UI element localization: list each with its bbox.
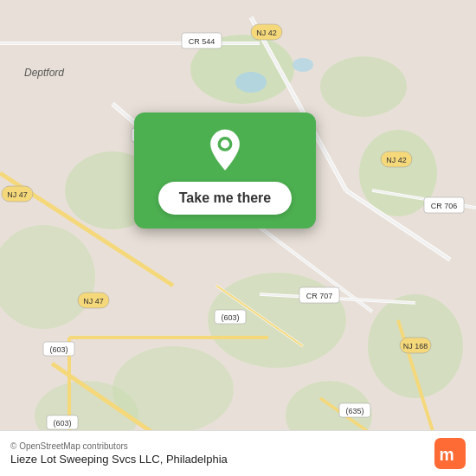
svg-text:(603): (603) [53, 419, 71, 428]
svg-text:NJ 168: NJ 168 [403, 342, 428, 351]
map-container: CR 544 NJ 42 NJ 47 NJ 55 NJ 42 CR 706 NJ… [0, 0, 476, 476]
moovit-logo: m [434, 438, 466, 469]
svg-text:(635): (635) [345, 407, 363, 415]
map-background: CR 544 NJ 42 NJ 47 NJ 55 NJ 42 CR 706 NJ… [0, 0, 476, 476]
svg-text:(603): (603) [221, 313, 239, 322]
svg-text:(603): (603) [49, 345, 68, 354]
svg-text:NJ 42: NJ 42 [256, 29, 277, 37]
moovit-icon: m [434, 438, 466, 469]
svg-text:NJ 47: NJ 47 [83, 297, 104, 306]
svg-text:CR 707: CR 707 [306, 292, 333, 300]
svg-point-2 [320, 56, 407, 117]
svg-text:NJ 42: NJ 42 [386, 156, 407, 164]
svg-text:Deptford: Deptford [24, 67, 64, 79]
svg-text:CR 544: CR 544 [189, 37, 215, 46]
location-pin-icon [203, 128, 248, 173]
take-me-there-button[interactable]: Take me there [158, 182, 292, 215]
bottom-left-info: © OpenStreetMap contributors Lieze Lot S… [10, 441, 228, 466]
svg-text:NJ 47: NJ 47 [7, 190, 28, 199]
svg-point-12 [293, 58, 313, 72]
osm-attribution: © OpenStreetMap contributors [10, 441, 228, 451]
svg-text:m: m [440, 445, 454, 464]
popup-card: Take me there [134, 113, 316, 228]
bottom-bar: © OpenStreetMap contributors Lieze Lot S… [0, 430, 476, 476]
svg-point-11 [235, 72, 267, 93]
svg-point-65 [221, 139, 229, 148]
svg-text:CR 706: CR 706 [431, 202, 458, 210]
business-name: Lieze Lot Sweeping Svcs LLC, Philadelphi… [10, 453, 228, 466]
